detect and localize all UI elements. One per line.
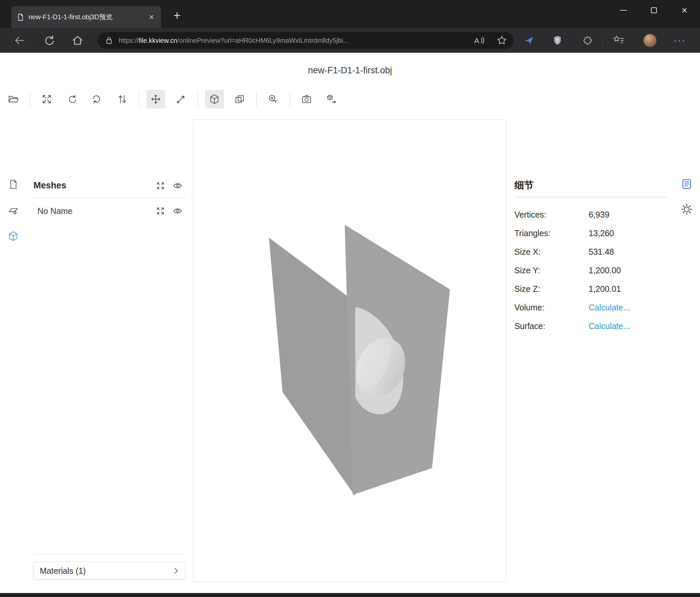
shield-extension-icon: T bbox=[551, 34, 564, 46]
details-label: Size Y: bbox=[515, 266, 589, 275]
toolbar-separator bbox=[198, 92, 198, 107]
perspective-view-button[interactable] bbox=[205, 90, 224, 109]
url-text: https://file.kkview.cn/onlinePreview?url… bbox=[119, 37, 467, 44]
gear-icon bbox=[681, 203, 693, 215]
refresh-button[interactable] bbox=[42, 33, 56, 47]
window-bottom-edge bbox=[0, 593, 700, 597]
favorite-star-icon[interactable] bbox=[496, 34, 508, 46]
details-value: 531.48 bbox=[589, 247, 614, 257]
url-scheme: https:// bbox=[119, 37, 139, 44]
meshes-panel: Meshes No Name bbox=[33, 173, 185, 580]
new-tab-button[interactable]: + bbox=[170, 8, 184, 23]
details-row-size-x: Size X: 531.48 bbox=[515, 242, 667, 261]
materials-button[interactable]: Materials (1) bbox=[33, 562, 185, 580]
fullscreen-icon bbox=[41, 94, 52, 105]
details-tab[interactable] bbox=[681, 178, 693, 190]
model-render bbox=[194, 120, 506, 582]
pan-icon bbox=[150, 94, 161, 105]
model-plane-left bbox=[269, 238, 356, 496]
url-path: /onlinePreview?url=aHR0cHM6Ly9maWxlLmtrd… bbox=[177, 37, 349, 44]
read-aloud-icon[interactable]: A bbox=[473, 34, 485, 47]
mesh-name: No Name bbox=[38, 206, 155, 216]
flip-vertical-button[interactable] bbox=[113, 90, 131, 109]
details-row-volume: Volume: Calculate... bbox=[515, 298, 667, 317]
home-button[interactable] bbox=[71, 33, 84, 47]
eye-icon bbox=[173, 206, 182, 216]
file-info-tab[interactable] bbox=[8, 179, 19, 190]
window-minimize-button[interactable] bbox=[612, 0, 634, 21]
toggle-mesh-visibility-button[interactable] bbox=[173, 206, 183, 216]
export-model-icon bbox=[326, 94, 338, 105]
details-panel: 细节 Vertices: 6,939 Triangles: 13,260 Siz… bbox=[515, 173, 667, 335]
home-icon bbox=[71, 34, 84, 47]
details-row-surface: Surface: Calculate... bbox=[515, 317, 667, 335]
rotate-vertical-button[interactable] bbox=[88, 90, 106, 109]
details-row-triangles: Triangles: 13,260 bbox=[515, 224, 667, 242]
details-label: Size Z: bbox=[515, 284, 589, 294]
svg-text:T: T bbox=[556, 38, 559, 43]
details-row-size-z: Size Z: 1,200.01 bbox=[515, 280, 667, 298]
open-file-button[interactable] bbox=[4, 90, 23, 109]
export-model-button[interactable] bbox=[323, 90, 341, 109]
materials-divider bbox=[33, 554, 185, 554]
extensions-button[interactable] bbox=[580, 33, 594, 47]
tab-favicon-document-icon bbox=[17, 13, 25, 21]
orthographic-view-button[interactable] bbox=[230, 90, 249, 109]
materials-icon bbox=[8, 205, 19, 216]
fullscreen-button[interactable] bbox=[38, 90, 56, 109]
details-list-icon bbox=[681, 178, 693, 190]
extension-button-shield[interactable]: T bbox=[551, 33, 565, 47]
address-bar-actions: A bbox=[473, 34, 508, 47]
expand-arrows-icon bbox=[156, 207, 165, 215]
fit-mesh-button[interactable] bbox=[155, 206, 166, 216]
tab-close-button[interactable]: × bbox=[146, 11, 157, 23]
url-domain: file.kkview.cn bbox=[139, 37, 177, 44]
rotate-horizontal-button[interactable] bbox=[62, 90, 81, 109]
expand-arrows-icon bbox=[156, 182, 165, 190]
calculate-surface-link[interactable]: Calculate... bbox=[589, 321, 630, 331]
svg-text:A: A bbox=[474, 36, 480, 45]
browser-menu-button[interactable]: ··· bbox=[673, 28, 687, 53]
measure-button[interactable] bbox=[264, 90, 282, 109]
details-row-vertices: Vertices: 6,939 bbox=[515, 205, 667, 224]
toolbar-separator bbox=[256, 92, 256, 107]
draw-line-button[interactable] bbox=[172, 90, 190, 109]
draw-line-icon bbox=[175, 94, 186, 105]
window-maximize-button[interactable] bbox=[643, 0, 665, 21]
measure-tape-icon bbox=[268, 94, 279, 105]
model-tab[interactable] bbox=[8, 231, 19, 242]
extension-button-blue[interactable] bbox=[522, 33, 536, 47]
settings-button[interactable] bbox=[681, 203, 693, 215]
profile-avatar[interactable] bbox=[643, 34, 656, 47]
materials-label: Materials (1) bbox=[40, 566, 86, 576]
toolbar-separator bbox=[139, 92, 139, 107]
back-button[interactable] bbox=[12, 33, 26, 47]
close-icon: × bbox=[681, 5, 688, 15]
fit-all-button[interactable] bbox=[155, 181, 166, 191]
rotate-horizontal-icon bbox=[66, 94, 78, 105]
minimize-icon bbox=[620, 10, 627, 10]
details-value: 13,260 bbox=[589, 229, 614, 238]
right-rail bbox=[674, 172, 700, 215]
viewport-3d[interactable] bbox=[193, 119, 506, 582]
screenshot-button[interactable] bbox=[297, 90, 316, 109]
mesh-list-item[interactable]: No Name bbox=[33, 198, 185, 224]
details-value: 1,200.00 bbox=[589, 266, 621, 275]
details-label: Size X: bbox=[515, 247, 589, 257]
toggle-all-visibility-button[interactable] bbox=[173, 181, 183, 191]
details-value: 1,200.01 bbox=[589, 284, 621, 294]
pan-button[interactable] bbox=[147, 90, 165, 109]
favorites-bar-button[interactable] bbox=[612, 33, 626, 47]
address-bar[interactable]: https://file.kkview.cn/onlinePreview?url… bbox=[97, 32, 514, 49]
window-close-button[interactable]: × bbox=[674, 0, 695, 21]
browser-tab[interactable]: new-F1-D1-1-first.obj3D预览 × bbox=[11, 6, 161, 28]
navbar-divider bbox=[603, 35, 603, 45]
calculate-volume-link[interactable]: Calculate... bbox=[589, 303, 630, 312]
details-label: Volume: bbox=[515, 303, 589, 312]
lock-icon bbox=[104, 35, 114, 45]
back-arrow-icon bbox=[13, 34, 26, 47]
blue-extension-icon bbox=[523, 34, 535, 46]
open-file-icon bbox=[8, 94, 19, 105]
materials-tab[interactable] bbox=[8, 205, 19, 216]
toolbar-separator bbox=[30, 92, 30, 107]
